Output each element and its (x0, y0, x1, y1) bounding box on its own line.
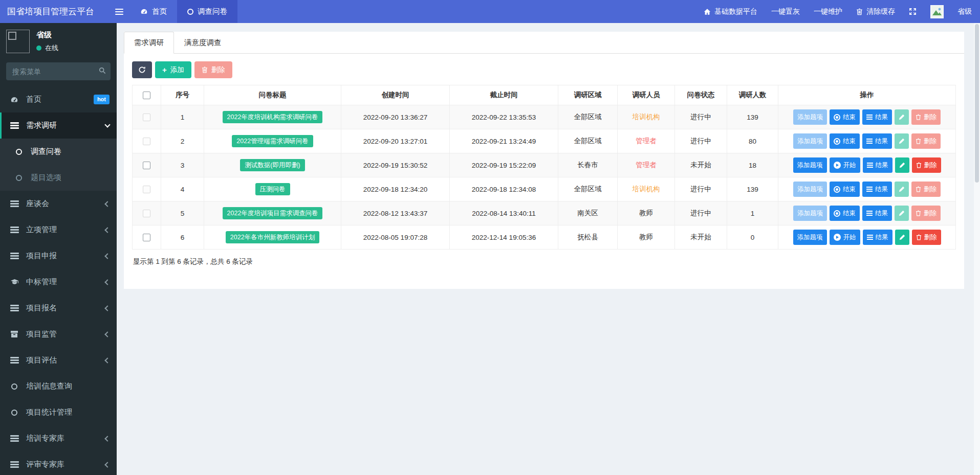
sidebar-item-project-statistics[interactable]: 项目统计管理 (0, 399, 117, 425)
clear-cache-link[interactable]: 清除缓存 (856, 7, 895, 16)
sidebar-item-project-initiation[interactable]: 立项管理 (0, 217, 117, 243)
result-button[interactable]: 结果 (862, 182, 892, 197)
add-question-button[interactable]: 添加题项 (793, 230, 827, 245)
delete-row-button[interactable]: 删除 (911, 182, 941, 197)
header-checkbox-cell (133, 85, 161, 105)
end-button[interactable]: 结束 (830, 133, 860, 149)
target-icon (834, 186, 840, 193)
search-icon[interactable] (99, 67, 106, 74)
graduation-cap-icon (9, 278, 19, 286)
tab-demand-research[interactable]: 需求调研 (124, 32, 174, 54)
add-question-button[interactable]: 添加题项 (793, 133, 827, 149)
start-button[interactable]: 开始 (830, 230, 860, 245)
profile-avatar (6, 30, 30, 53)
sidebar-item-label: 中标管理 (26, 277, 99, 287)
online-status-label: 在线 (45, 43, 58, 53)
result-button[interactable]: 结果 (863, 230, 892, 245)
tab-satisfaction-survey[interactable]: 满意度调查 (174, 32, 232, 54)
questionnaire-status: 进行中 (675, 105, 727, 129)
refresh-button[interactable] (132, 61, 152, 78)
row-actions: 添加题项 结束 结果 删除 (781, 206, 953, 221)
end-button[interactable]: 结束 (830, 182, 860, 197)
row-checkbox[interactable] (143, 114, 150, 121)
questionnaire-title-badge[interactable]: 2022管理端需求调研问卷 (232, 135, 313, 148)
questionnaire-title-badge[interactable]: 测试数据(即用即删) (240, 159, 304, 172)
delete-row-button[interactable]: 删除 (912, 230, 941, 245)
sidebar-item-label: 培训信息查询 (26, 381, 110, 391)
edit-button[interactable] (895, 182, 909, 197)
row-checkbox[interactable] (143, 210, 150, 217)
sidebar-item-review-expert-pool[interactable]: 评审专家库 (0, 451, 117, 475)
add-button[interactable]: + 添加 (155, 61, 191, 78)
edit-button[interactable] (895, 109, 909, 125)
row-checkbox[interactable] (143, 234, 150, 241)
list-icon (867, 234, 873, 241)
start-button[interactable]: 开始 (830, 157, 860, 173)
sidebar-item-bid-management[interactable]: 中标管理 (0, 269, 117, 295)
result-button[interactable]: 结果 (862, 206, 892, 221)
questionnaire-title-badge[interactable]: 压测问卷 (255, 183, 290, 196)
sidebar-item-training-expert-pool[interactable]: 培训专家库 (0, 425, 117, 451)
sidebar-item-project-declaration[interactable]: 项目申报 (0, 243, 117, 269)
sidebar-item-project-supervision[interactable]: 项目监管 (0, 321, 117, 347)
table-row: 6 2022年各市州新教师培训计划 2022-08-05 19:07:28 20… (133, 225, 956, 250)
result-button[interactable]: 结果 (862, 133, 892, 149)
sidebar-item-symposium[interactable]: 座谈会 (0, 191, 117, 217)
pencil-icon (899, 138, 905, 144)
end-button[interactable]: 结束 (830, 206, 860, 221)
delete-button[interactable]: 删除 (194, 61, 232, 78)
tab-label: 满意度调查 (184, 38, 222, 47)
one-key-gray-link[interactable]: 一键置灰 (771, 7, 800, 16)
edit-button[interactable] (895, 206, 909, 221)
pencil-icon (899, 186, 905, 192)
scrollbar-thumb[interactable] (975, 24, 979, 183)
user-role-label-wrap[interactable]: 省级 (957, 7, 972, 16)
trash-icon (916, 234, 922, 240)
base-data-platform-link[interactable]: 基础数据平台 (704, 7, 757, 16)
questionnaire-title-badge[interactable]: 2022年各市州新教师培训计划 (226, 231, 319, 244)
topbar-tab-home[interactable]: 首页 (130, 0, 177, 23)
chevron-left-icon (104, 227, 110, 233)
edit-button[interactable] (895, 230, 909, 245)
play-icon (834, 234, 841, 241)
result-button[interactable]: 结果 (862, 109, 892, 125)
research-area: 全部区域 (558, 129, 618, 153)
vertical-scrollbar[interactable] (974, 23, 980, 475)
add-question-button[interactable]: 添加题项 (793, 182, 827, 197)
topbar-tab-survey[interactable]: 调查问卷 (177, 0, 237, 23)
edit-button[interactable] (895, 133, 909, 149)
sidebar-item-project-registration[interactable]: 项目报名 (0, 295, 117, 321)
sidebar-item-project-evaluation[interactable]: 项目评估 (0, 347, 117, 373)
sidebar-item-home[interactable]: 首页 hot (0, 86, 117, 112)
sidebar-item-training-info-query[interactable]: 培训信息查询 (0, 373, 117, 399)
delete-row-button[interactable]: 删除 (911, 109, 941, 125)
sidebar-item-survey-questionnaire[interactable]: 调查问卷 (0, 139, 117, 165)
questionnaire-title-badge[interactable]: 2022年度培训机构需求调研问卷 (223, 111, 323, 124)
row-checkbox[interactable] (143, 138, 150, 145)
row-checkbox[interactable] (143, 186, 150, 193)
delete-row-button[interactable]: 删除 (911, 206, 941, 221)
sidebar-toggle-button[interactable] (108, 0, 130, 23)
end-button[interactable]: 结束 (830, 109, 860, 125)
add-question-button[interactable]: 添加题项 (793, 206, 827, 221)
column-header-status: 问卷状态 (675, 85, 727, 105)
row-checkbox[interactable] (143, 162, 150, 169)
delete-row-button[interactable]: 删除 (911, 133, 941, 149)
sidebar-item-question-options[interactable]: 题目选项 (0, 165, 117, 191)
menu-search-input[interactable] (6, 62, 111, 80)
profile-name: 省级 (36, 30, 58, 40)
sidebar-item-demand-research[interactable]: 需求调研 (0, 112, 117, 139)
list-icon (9, 121, 19, 130)
add-question-button[interactable]: 添加题项 (793, 109, 827, 125)
one-key-maintain-link[interactable]: 一键维护 (814, 7, 842, 16)
chevron-left-icon (104, 462, 110, 467)
fullscreen-button[interactable] (909, 8, 917, 15)
user-avatar[interactable] (930, 5, 944, 18)
select-all-checkbox[interactable] (143, 92, 150, 99)
delete-row-button[interactable]: 删除 (912, 157, 941, 173)
edit-button[interactable] (895, 157, 909, 173)
research-person: 管理者 (618, 129, 675, 153)
questionnaire-title-badge[interactable]: 2022年度培训项目需求调查问卷 (223, 207, 323, 220)
result-button[interactable]: 结果 (863, 157, 892, 173)
add-question-button[interactable]: 添加题项 (793, 157, 827, 173)
